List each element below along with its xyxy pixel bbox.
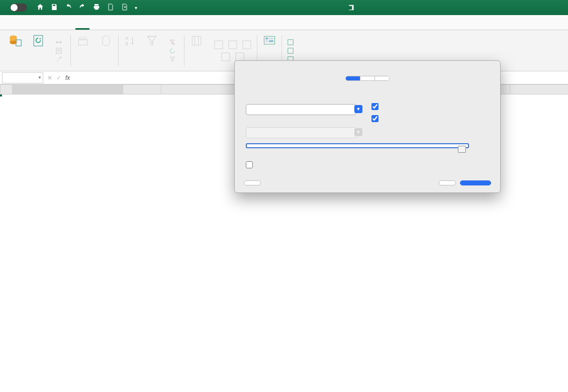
cancel-button[interactable] [439, 180, 456, 185]
ribbon-tabs [0, 15, 568, 30]
home-icon[interactable] [36, 3, 44, 13]
print-icon[interactable] [92, 3, 101, 13]
col-header-B[interactable] [123, 85, 161, 94]
group-button[interactable] [287, 39, 297, 46]
tab-review[interactable] [89, 24, 104, 30]
svg-rect-22 [265, 40, 268, 42]
flash-fill-icon [214, 40, 224, 50]
tab-insert[interactable] [19, 24, 33, 30]
whatif-button[interactable] [262, 34, 276, 49]
ignore-blank-checkbox[interactable] [371, 103, 402, 110]
svg-rect-20 [265, 37, 268, 39]
accept-formula-icon[interactable]: ✓ [56, 74, 61, 81]
fx-icon[interactable]: fx [65, 74, 70, 81]
allow-select[interactable]: ▼ [246, 104, 363, 115]
remove-dup-icon [228, 40, 238, 50]
ungroup-button[interactable] [287, 47, 297, 54]
consolidate-icon [221, 52, 231, 62]
svg-point-7 [56, 41, 58, 43]
range-picker-icon[interactable] [458, 146, 466, 153]
svg-rect-16 [243, 41, 251, 49]
title-bar: ▾ [0, 0, 568, 15]
new-file-icon[interactable] [107, 3, 115, 13]
dialog-title [235, 61, 500, 74]
dialog-tabs [345, 76, 390, 81]
svg-rect-15 [229, 41, 237, 49]
svg-rect-17 [222, 53, 230, 61]
svg-point-8 [60, 41, 62, 43]
refresh-all-button[interactable] [31, 34, 45, 49]
svg-rect-10 [78, 40, 87, 45]
svg-rect-18 [236, 53, 244, 61]
svg-rect-25 [288, 48, 294, 53]
data-select: ▼ [246, 127, 363, 138]
autosave-toggle[interactable] [7, 4, 27, 12]
svg-rect-21 [269, 37, 273, 39]
connections-list [55, 39, 65, 63]
select-all-corner[interactable] [1, 85, 13, 94]
stocks-button [76, 34, 90, 49]
tab-draw[interactable] [33, 24, 47, 30]
svg-rect-13 [192, 36, 201, 45]
cancel-formula-icon[interactable]: ✕ [47, 74, 52, 81]
reapply-button [169, 47, 179, 54]
redo-icon[interactable] [78, 3, 86, 13]
col-header-A[interactable] [13, 85, 123, 94]
tab-formulas[interactable] [61, 24, 75, 30]
tab-table[interactable] [118, 24, 132, 30]
svg-text:A: A [126, 36, 129, 41]
svg-rect-23 [269, 40, 273, 42]
svg-rect-6 [34, 35, 43, 46]
geography-button [99, 34, 113, 49]
text-to-columns-button [190, 34, 204, 49]
dialog-tab-settings[interactable] [346, 76, 360, 80]
external-data-button[interactable] [8, 34, 22, 49]
dialog-tab-input-message[interactable] [360, 76, 375, 80]
tab-pagelayout[interactable] [47, 24, 61, 30]
sort-button: AZ [124, 34, 138, 49]
name-box[interactable]: ▼ [2, 72, 43, 83]
document-title [137, 4, 568, 11]
svg-rect-14 [215, 41, 223, 49]
source-input[interactable] [246, 143, 469, 148]
svg-rect-9 [56, 48, 62, 53]
tab-view[interactable] [104, 24, 118, 30]
svg-rect-24 [288, 39, 294, 45]
undo-icon[interactable] [64, 3, 72, 13]
tab-start[interactable] [5, 24, 19, 30]
dialog-tab-error-alert[interactable] [375, 76, 389, 80]
apply-all-checkbox[interactable] [246, 161, 489, 168]
advanced-button [169, 56, 179, 63]
tab-data[interactable] [75, 24, 89, 30]
clear-all-button[interactable] [244, 180, 261, 185]
filter-button [145, 34, 159, 49]
in-cell-dropdown-checkbox[interactable] [371, 115, 402, 122]
new-file-plus-icon[interactable] [121, 3, 129, 13]
col-header-H[interactable] [510, 85, 569, 94]
clear-filter-button [169, 39, 179, 46]
ok-button[interactable] [460, 180, 491, 185]
save-icon[interactable] [50, 3, 58, 13]
data-validation-icon [242, 40, 252, 50]
svg-text:Z: Z [126, 41, 129, 46]
data-validation-dialog: ▼ ▼ [234, 60, 501, 193]
svg-rect-1 [348, 6, 352, 10]
